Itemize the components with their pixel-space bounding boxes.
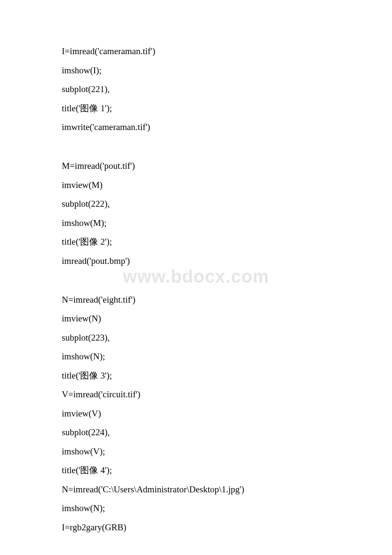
code-line: subplot(223), (62, 333, 330, 342)
code-line: N=imread('C:\Users\Administrator\Desktop… (62, 485, 330, 494)
code-line: subplot(224), (62, 428, 330, 437)
code-line: title('图像 2'); (62, 237, 330, 246)
code-line: title('图像 4'); (62, 466, 330, 475)
code-line: V=imread('circuit.tif') (62, 390, 330, 399)
code-line: imshow(I); (62, 66, 330, 75)
code-line: imshow(M); (62, 219, 330, 228)
code-line: imshow(N); (62, 352, 330, 361)
code-line: title('图像 3'); (62, 371, 330, 380)
blank-line (62, 275, 330, 285)
code-line: imshow(N); (62, 504, 330, 513)
code-line: imread('pout.bmp') (62, 257, 330, 266)
code-line: N=imread('eight.tif') (62, 295, 330, 304)
code-line: title('图像 1'); (62, 104, 330, 113)
code-line: subplot(221), (62, 85, 330, 94)
code-line: imwrite('cameraman.tif') (62, 123, 330, 132)
code-line: imview(N) (62, 314, 330, 323)
code-line: I=rgb2gary(GRB) (62, 523, 330, 532)
blank-line (62, 142, 330, 152)
code-line: M=imread('pout.tif') (62, 162, 330, 171)
code-line: subplot(222), (62, 199, 330, 208)
code-line: I=imread('cameraman.tif') (62, 47, 330, 56)
code-content: I=imread('cameraman.tif') imshow(I); sub… (62, 47, 330, 532)
code-line: imview(V) (62, 409, 330, 418)
code-line: imshow(V); (62, 447, 330, 456)
code-line: imview(M) (62, 181, 330, 190)
